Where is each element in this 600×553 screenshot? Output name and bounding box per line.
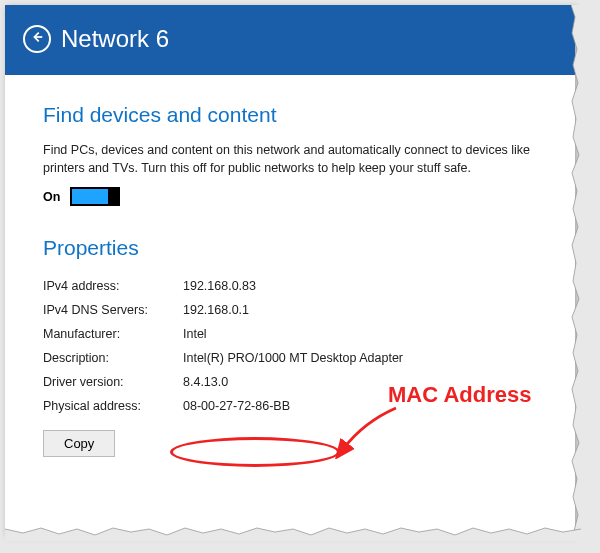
prop-label: Physical address: bbox=[43, 399, 183, 413]
prop-value: Intel bbox=[183, 327, 207, 341]
find-devices-desc: Find PCs, devices and content on this ne… bbox=[43, 141, 537, 177]
prop-row-manufacturer: Manufacturer: Intel bbox=[43, 322, 537, 346]
arrow-left-icon bbox=[30, 30, 44, 48]
prop-value: Intel(R) PRO/1000 MT Desktop Adapter bbox=[183, 351, 403, 365]
prop-value: 08-00-27-72-86-BB bbox=[183, 399, 290, 413]
find-devices-title: Find devices and content bbox=[43, 103, 537, 127]
prop-value: 192.168.0.83 bbox=[183, 279, 256, 293]
page-title: Network 6 bbox=[61, 25, 169, 53]
settings-window: Network 6 Find devices and content Find … bbox=[5, 5, 575, 535]
properties-title: Properties bbox=[43, 236, 537, 260]
toggle-row: On bbox=[43, 187, 537, 206]
prop-label: IPv4 address: bbox=[43, 279, 183, 293]
content-area: Find devices and content Find PCs, devic… bbox=[5, 75, 575, 477]
prop-row-driver-version: Driver version: 8.4.13.0 bbox=[43, 370, 537, 394]
prop-row-ipv4-dns: IPv4 DNS Servers: 192.168.0.1 bbox=[43, 298, 537, 322]
copy-button[interactable]: Copy bbox=[43, 430, 115, 457]
find-devices-toggle[interactable] bbox=[70, 187, 120, 206]
prop-row-physical-address: Physical address: 08-00-27-72-86-BB bbox=[43, 394, 537, 418]
prop-label: Manufacturer: bbox=[43, 327, 183, 341]
prop-value: 192.168.0.1 bbox=[183, 303, 249, 317]
prop-label: IPv4 DNS Servers: bbox=[43, 303, 183, 317]
toggle-knob bbox=[108, 189, 118, 204]
back-button[interactable] bbox=[23, 25, 51, 53]
prop-label: Driver version: bbox=[43, 375, 183, 389]
toggle-label: On bbox=[43, 190, 60, 204]
prop-row-description: Description: Intel(R) PRO/1000 MT Deskto… bbox=[43, 346, 537, 370]
window-header: Network 6 bbox=[5, 5, 575, 75]
prop-label: Description: bbox=[43, 351, 183, 365]
prop-row-ipv4-address: IPv4 address: 192.168.0.83 bbox=[43, 274, 537, 298]
prop-value: 8.4.13.0 bbox=[183, 375, 228, 389]
properties-list: IPv4 address: 192.168.0.83 IPv4 DNS Serv… bbox=[43, 274, 537, 418]
